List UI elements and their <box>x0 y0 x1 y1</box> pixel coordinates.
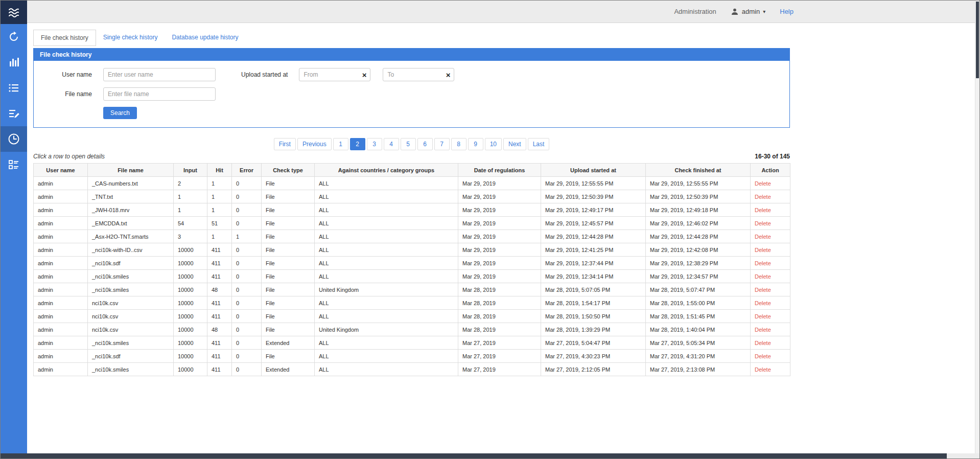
page-button-9[interactable]: 9 <box>468 138 483 150</box>
table-cell-action: Delete <box>751 310 790 323</box>
page-button-6[interactable]: 6 <box>417 138 433 150</box>
table-row[interactable]: admin_EMCDDA.txt54510FileALLMar 29, 2019… <box>34 217 790 230</box>
table-cell: Mar 29, 2019, 12:45:57 PM <box>541 217 646 230</box>
table-row[interactable]: admin_nci10k.sdf100004110FileALLMar 29, … <box>34 257 790 270</box>
page-button-4[interactable]: 4 <box>384 138 399 150</box>
table-row[interactable]: adminnci10k.csv100004110FileALLMar 28, 2… <box>34 310 790 323</box>
horizontal-scrollbar[interactable] <box>1 453 975 458</box>
delete-link[interactable]: Delete <box>755 180 771 187</box>
table-row[interactable]: admin_Asx-H2O-TNT.smarts311FileALLMar 29… <box>34 230 790 243</box>
table-row[interactable]: admin_nci10k.sdf100004110FileALLMar 27, … <box>34 350 790 363</box>
delete-link[interactable]: Delete <box>755 300 771 306</box>
table-cell: Mar 29, 2019 <box>458 230 541 243</box>
table-row[interactable]: admin_nci10k.smiles100004110ExtendedALLM… <box>34 363 790 376</box>
sidebar-item-categories[interactable] <box>1 75 27 101</box>
delete-link[interactable]: Delete <box>755 366 771 373</box>
sidebar <box>1 1 27 453</box>
page-button-2[interactable]: 2 <box>350 138 365 150</box>
delete-link[interactable]: Delete <box>755 287 771 293</box>
table-row[interactable]: admin_nci10k.smiles100004110ExtendedALLM… <box>34 336 790 350</box>
table-cell: ALL <box>315 217 458 230</box>
table-cell: Mar 29, 2019 <box>458 257 541 270</box>
column-header: Upload started at <box>541 164 646 177</box>
table-row[interactable]: adminnci10k.csv100004110FileALLMar 28, 2… <box>34 296 790 310</box>
sidebar-item-history[interactable] <box>1 126 27 152</box>
page-button-10[interactable]: 10 <box>485 138 502 150</box>
delete-link[interactable]: Delete <box>755 194 771 200</box>
table-row[interactable]: admin_CAS-numbers.txt210FileALLMar 29, 2… <box>34 177 790 190</box>
clear-from-icon[interactable]: × <box>362 71 367 79</box>
delete-link[interactable]: Delete <box>755 340 771 346</box>
table-cell: Mar 28, 2019, 1:54:17 PM <box>541 296 646 310</box>
table-cell: 0 <box>232 270 262 283</box>
table-cell-action: Delete <box>751 217 790 230</box>
page-button-first[interactable]: First <box>274 138 296 150</box>
table-cell: 411 <box>207 363 232 376</box>
vertical-scrollbar-thumb[interactable] <box>976 2 979 78</box>
sidebar-item-checks[interactable] <box>1 24 27 50</box>
vertical-scrollbar[interactable] <box>975 1 979 453</box>
delete-link[interactable]: Delete <box>755 313 771 319</box>
table-cell: 10000 <box>174 296 207 310</box>
table-row[interactable]: admin_TNT.txt110FileALLMar 29, 2019Mar 2… <box>34 190 790 203</box>
table-cell: Mar 27, 2019, 4:31:20 PM <box>646 350 751 363</box>
help-link[interactable]: Help <box>780 8 794 15</box>
table-cell: _EMCDDA.txt <box>88 217 174 230</box>
page-button-5[interactable]: 5 <box>401 138 416 150</box>
table-cell: File <box>262 283 315 296</box>
table-cell: File <box>262 310 315 323</box>
tab-file-check-history[interactable]: File check history <box>33 30 96 46</box>
horizontal-scrollbar-thumb[interactable] <box>1 453 947 458</box>
user-icon <box>731 8 739 16</box>
delete-link[interactable]: Delete <box>755 327 771 333</box>
tab-single-check-history[interactable]: Single check history <box>96 30 165 46</box>
table-cell: Mar 28, 2019, 1:50:50 PM <box>541 310 646 323</box>
table-row[interactable]: admin_nci10k.smiles10000480FileUnited Ki… <box>34 283 790 296</box>
file-name-input[interactable] <box>103 87 216 101</box>
table-row[interactable]: admin_nci10k-with-ID..csv100004110FileAL… <box>34 243 790 257</box>
delete-link[interactable]: Delete <box>755 260 771 266</box>
table-cell: File <box>262 296 315 310</box>
table-cell: ALL <box>315 230 458 243</box>
table-cell: 48 <box>207 283 232 296</box>
sidebar-item-custom-lists[interactable] <box>1 101 27 126</box>
user-menu[interactable]: admin ▾ <box>731 8 765 16</box>
to-date-input[interactable] <box>383 68 454 81</box>
page-button-previous[interactable]: Previous <box>297 138 332 150</box>
from-date-input[interactable] <box>299 68 370 81</box>
form-row-filename: File name <box>34 87 789 101</box>
table-cell: 10000 <box>174 363 207 376</box>
page-button-last[interactable]: Last <box>528 138 550 150</box>
delete-link[interactable]: Delete <box>755 273 771 280</box>
clear-to-icon[interactable]: × <box>446 71 451 79</box>
delete-link[interactable]: Delete <box>755 247 771 253</box>
table-cell: Mar 29, 2019, 12:37:44 PM <box>541 257 646 270</box>
table-row[interactable]: admin_nci10k.smiles100004110FileALLMar 2… <box>34 270 790 283</box>
table-row[interactable]: adminnci10k.csv10000480FileUnited Kingdo… <box>34 323 790 336</box>
page-button-1[interactable]: 1 <box>333 138 348 150</box>
delete-link[interactable]: Delete <box>755 234 771 240</box>
app-logo[interactable] <box>1 1 27 24</box>
list-edit-icon <box>8 107 20 120</box>
table-cell: Mar 28, 2019 <box>458 310 541 323</box>
user-name-input[interactable] <box>103 68 216 81</box>
delete-link[interactable]: Delete <box>755 353 771 359</box>
search-button[interactable]: Search <box>103 107 137 119</box>
page-button-7[interactable]: 7 <box>434 138 450 150</box>
delete-link[interactable]: Delete <box>755 220 771 226</box>
page-button-3[interactable]: 3 <box>367 138 382 150</box>
table-cell: 0 <box>232 203 262 217</box>
sidebar-item-reports[interactable] <box>1 152 27 177</box>
tab-database-update-history[interactable]: Database update history <box>165 30 245 46</box>
table-cell: File <box>262 190 315 203</box>
table-cell: nci10k.csv <box>88 323 174 336</box>
table-cell: Mar 29, 2019 <box>458 217 541 230</box>
delete-link[interactable]: Delete <box>755 207 771 213</box>
table-row[interactable]: admin_JWH-018.mrv110FileALLMar 29, 2019M… <box>34 203 790 217</box>
page-button-next[interactable]: Next <box>503 138 526 150</box>
administration-link[interactable]: Administration <box>674 8 716 15</box>
sidebar-item-statistics[interactable] <box>1 50 27 75</box>
table-cell: admin <box>34 323 88 336</box>
page-button-8[interactable]: 8 <box>451 138 466 150</box>
file-name-label: File name <box>34 90 103 98</box>
